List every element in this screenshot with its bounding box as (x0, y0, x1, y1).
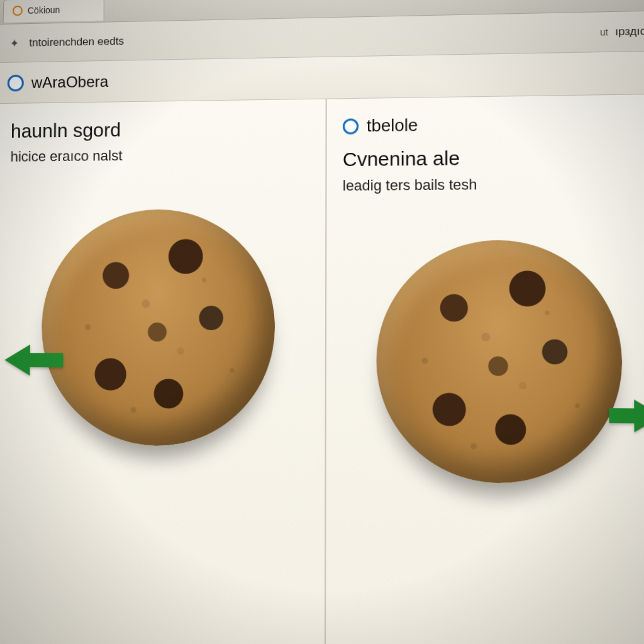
left-heading: haunln sgord (11, 116, 310, 142)
right-heading: Cvnenina ale (343, 145, 644, 170)
right-subtext: leadig ters bails tesh (343, 174, 644, 196)
arrow-right-icon[interactable] (634, 399, 644, 433)
right-option-label: tbelole (367, 115, 418, 136)
left-subtext: hicice eraıco nalst (10, 144, 309, 167)
toolbar-small-icons: ut (600, 26, 608, 37)
small-glyph: ut (600, 26, 608, 37)
toolbar-right-text: ıpздıoıry (615, 24, 644, 38)
browser-tab[interactable]: Cökioun (3, 0, 104, 22)
arrow-left-icon[interactable] (4, 345, 30, 376)
radio-circle-icon[interactable] (8, 74, 24, 91)
toolbar-right: ut ıpздıoıry (600, 24, 644, 38)
right-option-header: tbelole (343, 112, 644, 136)
pane-left: haunln sgord hicice eraıco nalst (0, 99, 326, 644)
right-cookie-wrap (342, 206, 644, 519)
radio-circle-icon[interactable] (343, 118, 358, 134)
toolbar-left-text: tntoirenchden eedts (29, 35, 124, 49)
subheader-label: wAraObera (31, 72, 109, 92)
tab-title: Cökioun (28, 5, 60, 16)
cookie-image (376, 240, 623, 485)
globe-icon (13, 6, 23, 16)
chevron-icon[interactable]: ✦ (8, 36, 20, 50)
cookie-image (41, 209, 275, 447)
main-split: haunln sgord hicice eraıco nalst tbelole… (0, 94, 644, 644)
left-cookie-wrap (8, 175, 310, 481)
pane-right: tbelole Cvnenina ale leadig ters bails t… (325, 94, 644, 644)
